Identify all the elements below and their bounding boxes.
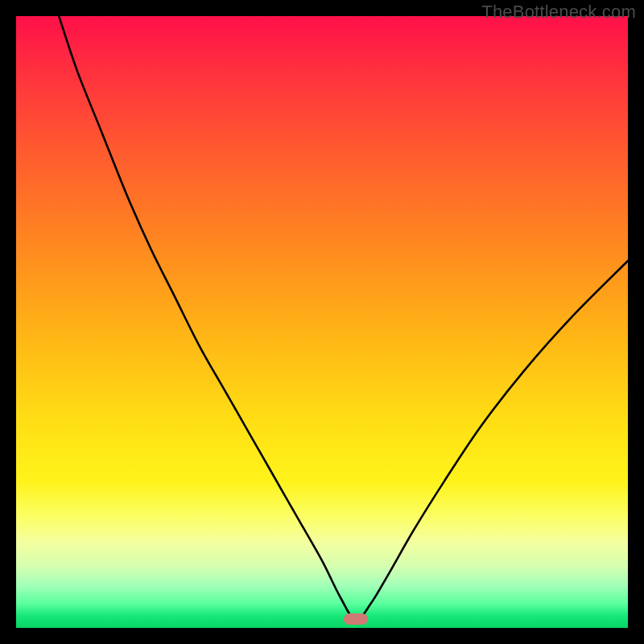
curve-path [59, 16, 628, 620]
bottleneck-curve [16, 16, 628, 628]
optimum-marker [344, 613, 368, 625]
plot-area [16, 16, 628, 628]
watermark-text: TheBottleneck.com [481, 2, 636, 23]
chart-frame: TheBottleneck.com [0, 0, 644, 644]
